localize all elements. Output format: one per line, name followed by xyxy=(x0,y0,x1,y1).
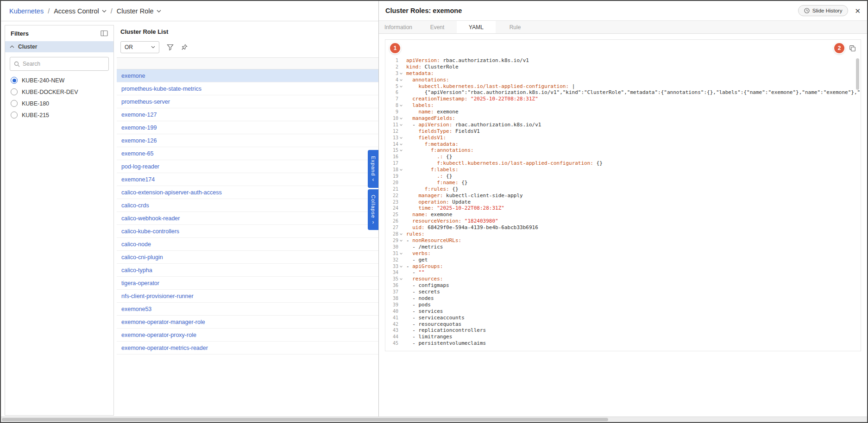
role-link[interactable]: prometheus-kube-state-metrics xyxy=(121,86,201,92)
role-link[interactable]: exemone-199 xyxy=(121,124,157,131)
yaml-line: 40 - services xyxy=(388,308,861,315)
breadcrumb-access-control-dropdown[interactable]: Access Control xyxy=(54,7,107,15)
role-link[interactable]: calico-extension-apiserver-auth-access xyxy=(121,189,222,196)
radio-icon[interactable] xyxy=(11,88,18,95)
line-number: 39 xyxy=(388,302,398,308)
fold-toggle-icon[interactable] xyxy=(398,231,404,237)
horizontal-scrollbar-thumb[interactable] xyxy=(2,418,608,421)
radio-icon[interactable] xyxy=(11,100,18,107)
role-link[interactable]: exemone-127 xyxy=(121,112,157,118)
fold-toggle-icon[interactable] xyxy=(398,250,404,257)
chevron-down-icon xyxy=(157,10,161,12)
yaml-tools: 2 xyxy=(834,43,856,53)
yaml-line: 3metadata: xyxy=(388,70,861,77)
role-link[interactable]: exemone53 xyxy=(121,306,151,312)
yaml-line: 41 - serviceaccounts xyxy=(388,315,861,321)
filter-operator-select[interactable]: OR xyxy=(120,41,159,53)
fold-toggle-icon[interactable] xyxy=(398,122,404,128)
role-link[interactable]: exemone-126 xyxy=(121,137,157,144)
line-number: 11 xyxy=(388,122,398,128)
fold-toggle-icon[interactable] xyxy=(398,263,404,270)
role-link[interactable]: exemone-operator-manager-role xyxy=(121,319,205,325)
fold-toggle-icon[interactable] xyxy=(398,70,404,77)
fold-toggle-icon[interactable] xyxy=(398,141,404,148)
role-link[interactable]: exemone xyxy=(121,73,145,79)
yaml-line: 44 - limitranges xyxy=(388,334,861,340)
role-link[interactable]: calico-typha xyxy=(121,267,152,274)
fold-toggle-icon[interactable] xyxy=(398,115,404,122)
role-link[interactable]: calico-webhook-reader xyxy=(121,215,180,222)
pin-button[interactable] xyxy=(181,44,188,50)
fold-toggle-icon[interactable] xyxy=(398,77,404,83)
yaml-line: 6 {"apiVersion":"rbac.authorization.k8s.… xyxy=(388,89,861,96)
role-link[interactable]: pod-log-reader xyxy=(121,163,159,170)
role-link[interactable]: calico-kube-controllers xyxy=(121,228,179,235)
breadcrumb-cluster-role-dropdown[interactable]: Cluster Role xyxy=(117,7,161,15)
collapse-panel-tab[interactable]: Collapse › xyxy=(368,189,378,230)
collapse-sidebar-button[interactable] xyxy=(101,30,108,37)
tab-event[interactable]: Event xyxy=(418,21,457,33)
fold-toggle-icon[interactable] xyxy=(398,102,404,109)
fold-toggle-icon[interactable] xyxy=(398,147,404,154)
cluster-section-toggle[interactable]: Cluster xyxy=(5,41,113,52)
line-number: 27 xyxy=(388,224,398,231)
yaml-line: 27 uid: 68429f0e-594a-4139-be4b-6abcb33b… xyxy=(388,224,861,231)
role-link[interactable]: exemone-65 xyxy=(121,150,154,157)
breadcrumb-separator: / xyxy=(48,7,50,15)
role-link[interactable]: prometheus-server xyxy=(121,99,170,105)
close-icon[interactable]: ✕ xyxy=(855,7,861,14)
slide-history-button[interactable]: Slide History xyxy=(798,5,849,16)
vertical-scrollbar-thumb[interactable] xyxy=(856,58,859,90)
fold-toggle-icon[interactable] xyxy=(398,167,404,173)
yaml-text: - nodes xyxy=(404,295,434,302)
filter-funnel-button[interactable] xyxy=(167,44,174,50)
role-link[interactable]: nfs-client-provisioner-runner xyxy=(121,293,194,299)
cluster-radio-kube-215[interactable]: KUBE-215 xyxy=(5,109,113,121)
cluster-label: KUBE-180 xyxy=(22,100,49,107)
cluster-radio-kube-180[interactable]: KUBE-180 xyxy=(5,98,113,109)
radio-icon[interactable] xyxy=(11,77,18,84)
fold-toggle-icon xyxy=(398,308,404,315)
yaml-line: 42 - resourcequotas xyxy=(388,321,861,328)
fold-toggle-icon[interactable] xyxy=(398,135,404,141)
fold-toggle-icon xyxy=(398,224,404,231)
fold-toggle-icon xyxy=(398,218,404,224)
fold-toggle-icon[interactable] xyxy=(398,276,404,282)
yaml-card: 1 2 1apiVersion: rbac.authorization.k8s.… xyxy=(385,39,861,351)
filter-operator-value: OR xyxy=(125,44,133,50)
breadcrumb-root-link[interactable]: Kubernetes xyxy=(9,7,44,15)
role-link[interactable]: calico-node xyxy=(121,241,151,248)
role-link[interactable]: tigera-operator xyxy=(121,280,159,286)
role-link[interactable]: exemone174 xyxy=(121,176,155,183)
fold-toggle-icon xyxy=(398,205,404,212)
tab-yaml[interactable]: YAML xyxy=(457,21,496,33)
search-input[interactable] xyxy=(23,57,108,70)
cluster-radio-kube-240-new[interactable]: KUBE-240-NEW xyxy=(5,75,113,86)
role-link[interactable]: calico-cni-plugin xyxy=(121,254,163,261)
line-number: 12 xyxy=(388,128,398,135)
fold-toggle-icon[interactable] xyxy=(398,83,404,90)
yaml-line: 35 resources: xyxy=(388,276,861,282)
tab-rule[interactable]: Rule xyxy=(496,21,535,33)
yaml-text: name: exemone xyxy=(404,109,459,115)
fold-toggle-icon xyxy=(398,340,404,347)
line-number: 41 xyxy=(388,315,398,321)
cluster-label: KUBE-215 xyxy=(22,112,49,118)
yaml-text: - configmaps xyxy=(404,282,449,289)
role-link[interactable]: calico-crds xyxy=(121,202,149,209)
horizontal-scrollbar[interactable] xyxy=(1,417,867,422)
role-link[interactable]: exemone-operator-metrics-reader xyxy=(121,345,208,351)
radio-icon[interactable] xyxy=(11,112,18,118)
line-number: 26 xyxy=(388,218,398,224)
role-link[interactable]: exemone-operator-proxy-role xyxy=(121,332,196,338)
fold-toggle-icon xyxy=(398,244,404,250)
copy-button[interactable] xyxy=(849,45,856,52)
expand-panel-tab[interactable]: Expand ‹ xyxy=(368,150,378,188)
cluster-radio-kube-docker-dev[interactable]: KUBE-DOCKER-DEV xyxy=(5,86,113,98)
line-number: 14 xyxy=(388,141,398,148)
yaml-text: managedFields: xyxy=(404,115,455,122)
fold-toggle-icon[interactable] xyxy=(398,237,404,244)
tab-information[interactable]: Information xyxy=(379,21,418,33)
cluster-section-label: Cluster xyxy=(18,44,37,50)
yaml-text: manager: kubectl-client-side-apply xyxy=(404,193,523,199)
